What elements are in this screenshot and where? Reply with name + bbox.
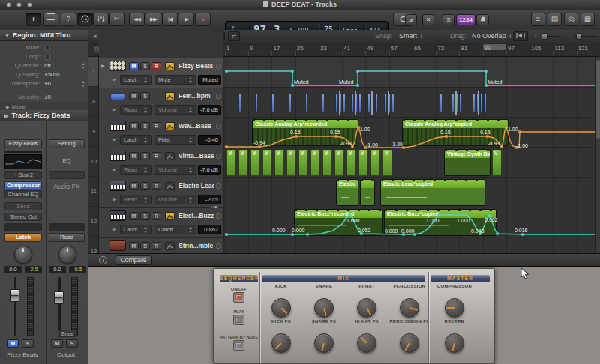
toolbar-toggle-button[interactable] [77, 13, 93, 26]
m-track-button[interactable]: M [129, 62, 139, 70]
metronome-button[interactable] [476, 14, 489, 25]
eq-thumbnail[interactable] [4, 154, 42, 169]
midi-region[interactable]: Classic Analog Arp*copied [402, 119, 508, 146]
channel-setting-button[interactable]: Fizzy Beats [4, 139, 42, 148]
send-slot[interactable]: ◔ Bus 2 [4, 171, 42, 179]
snare-fx-knob[interactable] [314, 333, 334, 353]
output-slot[interactable]: Stereo Out [4, 213, 42, 221]
record-enable-icon[interactable] [216, 124, 221, 129]
tracks-area[interactable]: Classic Analog Arp*recordedClassic Analo… [224, 57, 600, 253]
vertical-scrollbar[interactable] [595, 57, 600, 253]
editors-button[interactable]: ✂ [109, 13, 124, 26]
browsers-button[interactable]: ▦ [580, 13, 595, 26]
r-track-button[interactable]: R [152, 62, 161, 70]
m-track-button[interactable]: M [129, 212, 139, 220]
midi-region[interactable]: Electric Buzz*copied [384, 209, 496, 236]
midi-region-small[interactable]: V [382, 149, 392, 176]
midi-region-small[interactable]: V [492, 149, 502, 176]
vertical-zoom-thumb[interactable] [542, 33, 548, 40]
smart-controls-button[interactable] [93, 13, 109, 26]
count-in-button[interactable]: 1234 [456, 14, 476, 25]
r-track-button[interactable]: R [152, 152, 161, 160]
m-track-button[interactable]: M [129, 122, 139, 130]
param-value[interactable]: ±0 [44, 93, 51, 102]
eq-label[interactable]: EQ [44, 157, 89, 164]
automation-mode-select[interactable]: Read [120, 105, 152, 115]
automation-lane-arrow[interactable]: ▶ [112, 106, 116, 112]
kick-knob[interactable] [272, 298, 291, 318]
rewind-button[interactable]: ◀◀ [129, 13, 145, 26]
play-button[interactable]: ▶ [178, 13, 194, 26]
track-inspector-header[interactable]: ▶Track: Fizzy Beats [0, 110, 88, 121]
record-enable-icon[interactable] [216, 243, 221, 249]
play-button[interactable] [233, 315, 244, 325]
automation-mode-select[interactable]: Latch [120, 135, 152, 145]
automation-mode-select[interactable]: Read [120, 195, 152, 204]
scrollbar-thumb[interactable] [596, 60, 600, 139]
pan-value[interactable]: 0.0 [49, 266, 66, 273]
track-automation-icon[interactable] [165, 62, 175, 70]
mute-button[interactable]: M [51, 339, 63, 348]
kick-fx-knob[interactable] [272, 333, 291, 353]
automation-param-select[interactable]: Filter [154, 135, 196, 145]
track-header[interactable]: ▶ MS Fem...bpm ▶ Read Volume -7.6 dB [99, 88, 224, 118]
track-lane[interactable] [224, 88, 600, 118]
track-automation-icon[interactable] [165, 152, 175, 160]
automation-lane-arrow[interactable]: ▶ [112, 166, 116, 172]
record-enable-icon[interactable] [216, 64, 221, 69]
automation-param-select[interactable]: Cutoff [154, 225, 196, 234]
horizontal-zoom-thumb[interactable] [576, 33, 582, 40]
automation-lane-arrow[interactable]: ▶ [112, 136, 116, 142]
hi-hat-fx-knob[interactable] [357, 333, 376, 353]
volume-fader-track[interactable] [14, 277, 16, 336]
automation-lane-arrow[interactable]: ▶ [112, 76, 116, 82]
snap-select[interactable]: Smart⇕ [399, 32, 423, 40]
track-lane[interactable] [224, 58, 600, 88]
insert-slot-channel-eq[interactable]: Channel EQ [4, 190, 42, 198]
percussion-knob[interactable] [400, 298, 419, 318]
hi-hat-knob[interactable] [357, 298, 376, 318]
s-track-button[interactable]: S [140, 182, 150, 190]
track-automation-icon[interactable] [165, 182, 175, 190]
track-automation-icon[interactable] [165, 122, 175, 130]
reverb-knob[interactable] [445, 333, 464, 353]
track-automation-icon[interactable] [165, 212, 175, 220]
track-number[interactable]: 11 [88, 177, 99, 207]
r-track-button[interactable]: R [152, 182, 161, 190]
output-setting-button[interactable]: Setting [49, 139, 85, 148]
midi-region-small[interactable]: V [358, 149, 368, 176]
automation-param-select[interactable]: Mute [154, 75, 196, 85]
track-header[interactable]: ▶ MSR Strin...mble ▶ [99, 238, 224, 253]
drag-select[interactable]: No Overlap⇕ [472, 32, 512, 40]
bounce-button[interactable]: Bnce [58, 330, 77, 337]
forward-button[interactable]: ▶▶ [146, 13, 161, 26]
master-mute-button[interactable]: ✕ [422, 14, 434, 25]
volume-fader-track[interactable] [58, 277, 61, 336]
flex-button[interactable]: ⇄ [228, 31, 240, 41]
midi-region-small[interactable]: V [262, 149, 272, 176]
midi-region-small[interactable]: V [238, 149, 248, 176]
automation-param-select[interactable]: Volume [154, 105, 196, 115]
s-track-button[interactable]: S [140, 212, 150, 220]
record-enable-icon[interactable] [216, 213, 221, 219]
solo-button[interactable]: S [22, 339, 34, 348]
param-value[interactable]: off [44, 61, 51, 70]
param-value[interactable]: ±0 [44, 79, 51, 88]
m-track-button[interactable]: M [129, 152, 139, 160]
r-track-button[interactable]: R [152, 122, 161, 130]
m-track-button[interactable]: M [129, 182, 139, 190]
region-more-toggle[interactable]: ▶More [6, 103, 26, 110]
param-checkbox[interactable] [45, 55, 50, 60]
midi-region-small[interactable]: V [370, 149, 380, 176]
back-icon[interactable]: ◂ [93, 32, 97, 40]
automation-mode-select[interactable]: Latch [120, 75, 152, 85]
midi-region-small[interactable]: V [334, 149, 344, 176]
automation-param-select[interactable]: Volume [154, 195, 196, 204]
s-track-button[interactable]: S [140, 92, 150, 100]
track-disclosure-icon[interactable]: ▶ [101, 63, 105, 68]
bar-ruler[interactable]: 191725334149576573818997105113121 [224, 43, 600, 57]
pan-knob[interactable] [58, 246, 76, 264]
track-automation-icon[interactable] [165, 242, 175, 250]
r-track-button[interactable]: R [152, 242, 161, 250]
automation-mode-read[interactable]: Read [49, 233, 85, 242]
